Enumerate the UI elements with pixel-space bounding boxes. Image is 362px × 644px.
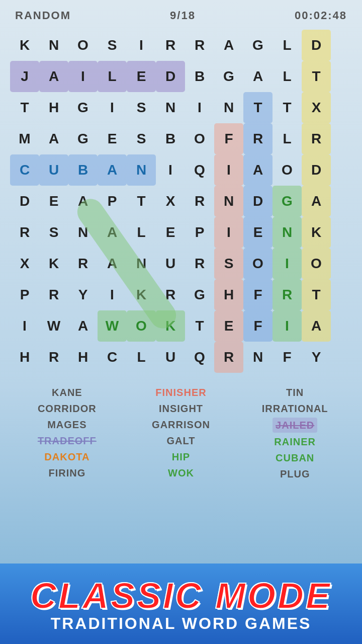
grid-cell[interactable]: S	[214, 248, 243, 279]
grid-cell[interactable]: A	[68, 186, 98, 217]
grid-cell[interactable]: O	[127, 310, 156, 342]
grid-cell[interactable]: E	[39, 186, 68, 217]
grid-cell[interactable]: H	[10, 342, 39, 373]
grid-cell[interactable]: E	[214, 310, 243, 342]
grid-cell[interactable]: D	[10, 186, 39, 217]
grid-cell[interactable]: R	[302, 123, 331, 154]
grid-cell[interactable]: T	[10, 92, 39, 123]
grid-cell[interactable]: S	[127, 123, 156, 154]
grid-cell[interactable]: I	[98, 92, 127, 123]
grid-cell[interactable]: F	[273, 342, 302, 373]
grid-cell[interactable]: A	[214, 30, 243, 61]
grid-cell[interactable]: A	[98, 248, 127, 279]
grid-cell[interactable]: X	[10, 248, 39, 279]
grid-cell[interactable]: G	[273, 186, 302, 217]
grid-cell[interactable]: U	[39, 154, 68, 186]
grid-cell[interactable]: H	[39, 92, 68, 123]
grid-cell[interactable]: W	[39, 310, 68, 342]
grid-cell[interactable]: X	[302, 92, 331, 123]
grid-cell[interactable]: A	[39, 61, 68, 92]
grid-cell[interactable]: O	[243, 248, 273, 279]
grid-cell[interactable]: A	[243, 61, 273, 92]
grid-cell[interactable]: S	[98, 30, 127, 61]
grid-cell[interactable]: F	[214, 123, 243, 154]
grid-cell[interactable]: R	[39, 279, 68, 310]
grid-cell[interactable]: R	[185, 186, 214, 217]
grid-cell[interactable]: K	[156, 310, 185, 342]
grid-cell[interactable]: I	[98, 279, 127, 310]
grid-cell[interactable]: B	[185, 61, 214, 92]
grid-cell[interactable]: O	[302, 248, 331, 279]
grid-cell[interactable]: N	[243, 342, 273, 373]
grid-cell[interactable]: P	[185, 217, 214, 248]
grid-cell[interactable]: O	[68, 30, 98, 61]
grid-cell[interactable]: L	[273, 30, 302, 61]
grid-cell[interactable]: R	[39, 342, 68, 373]
grid-cell[interactable]: H	[214, 279, 243, 310]
grid-cell[interactable]: T	[273, 92, 302, 123]
grid-cell[interactable]: R	[214, 342, 243, 373]
grid-cell[interactable]: I	[10, 310, 39, 342]
grid-cell[interactable]: A	[98, 217, 127, 248]
grid-cell[interactable]: N	[39, 30, 68, 61]
grid-cell[interactable]: A	[243, 154, 273, 186]
grid-cell[interactable]: O	[185, 123, 214, 154]
grid-cell[interactable]: N	[68, 217, 98, 248]
grid-cell[interactable]: F	[243, 279, 273, 310]
grid-cell[interactable]: D	[243, 186, 273, 217]
grid-cell[interactable]: D	[156, 61, 185, 92]
grid-cell[interactable]: A	[98, 154, 127, 186]
grid-cell[interactable]: R	[10, 217, 39, 248]
grid-cell[interactable]: I	[273, 310, 302, 342]
grid-cell[interactable]: P	[10, 279, 39, 310]
grid-cell[interactable]: O	[273, 154, 302, 186]
grid-cell[interactable]: A	[39, 123, 68, 154]
grid-cell[interactable]: L	[273, 61, 302, 92]
grid-cell[interactable]: T	[302, 279, 331, 310]
grid-cell[interactable]: C	[98, 342, 127, 373]
grid-cell[interactable]: T	[127, 186, 156, 217]
grid-cell[interactable]: P	[98, 186, 127, 217]
grid-cell[interactable]: C	[10, 154, 39, 186]
grid-cell[interactable]: N	[127, 154, 156, 186]
grid-cell[interactable]: K	[302, 217, 331, 248]
grid-cell[interactable]: L	[98, 61, 127, 92]
grid-cell[interactable]: L	[127, 217, 156, 248]
grid-cell[interactable]: R	[273, 279, 302, 310]
grid-cell[interactable]: N	[214, 92, 243, 123]
grid-cell[interactable]: L	[127, 342, 156, 373]
grid-cell[interactable]: E	[243, 217, 273, 248]
grid-cell[interactable]: I	[68, 61, 98, 92]
grid-cell[interactable]: D	[302, 30, 331, 61]
grid-cell[interactable]: H	[68, 342, 98, 373]
grid-cell[interactable]: S	[127, 92, 156, 123]
grid-cell[interactable]: N	[214, 186, 243, 217]
grid-cell[interactable]: E	[127, 61, 156, 92]
grid-cell[interactable]: L	[273, 123, 302, 154]
grid-cell[interactable]: E	[98, 123, 127, 154]
grid-cell[interactable]: R	[156, 30, 185, 61]
grid-cell[interactable]: N	[156, 92, 185, 123]
grid-cell[interactable]: N	[273, 217, 302, 248]
grid-cell[interactable]: X	[156, 186, 185, 217]
grid-cell[interactable]: B	[156, 123, 185, 154]
grid-cell[interactable]: R	[243, 123, 273, 154]
grid-cell[interactable]: I	[214, 217, 243, 248]
grid-cell[interactable]: T	[243, 92, 273, 123]
grid-cell[interactable]: T	[185, 310, 214, 342]
grid-cell[interactable]: Y	[68, 279, 98, 310]
grid-cell[interactable]: R	[185, 30, 214, 61]
grid-cell[interactable]: I	[273, 248, 302, 279]
grid-cell[interactable]: U	[156, 342, 185, 373]
grid-cell[interactable]: U	[156, 248, 185, 279]
grid-cell[interactable]: G	[68, 92, 98, 123]
grid-cell[interactable]: I	[156, 154, 185, 186]
grid-cell[interactable]: D	[302, 154, 331, 186]
grid-cell[interactable]: T	[302, 61, 331, 92]
grid-cell[interactable]: K	[127, 279, 156, 310]
grid-cell[interactable]: R	[156, 279, 185, 310]
grid-cell[interactable]: A	[302, 310, 331, 342]
grid-cell[interactable]: I	[185, 92, 214, 123]
grid-cell[interactable]: W	[98, 310, 127, 342]
grid-cell[interactable]: F	[243, 310, 273, 342]
